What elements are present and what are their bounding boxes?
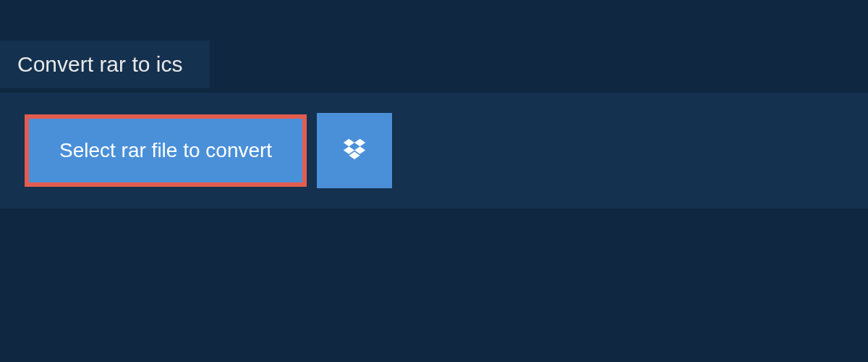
page-container: Convert rar to ics Select rar file to co…	[0, 0, 868, 362]
dropbox-button[interactable]	[317, 113, 392, 188]
upload-panel: Select rar file to convert	[0, 93, 868, 209]
tab-title: Convert rar to ics	[17, 52, 182, 76]
tab-header[interactable]: Convert rar to ics	[0, 41, 210, 88]
select-file-button-label: Select rar file to convert	[59, 139, 272, 162]
dropbox-icon	[341, 137, 368, 164]
select-file-button[interactable]: Select rar file to convert	[25, 114, 307, 187]
